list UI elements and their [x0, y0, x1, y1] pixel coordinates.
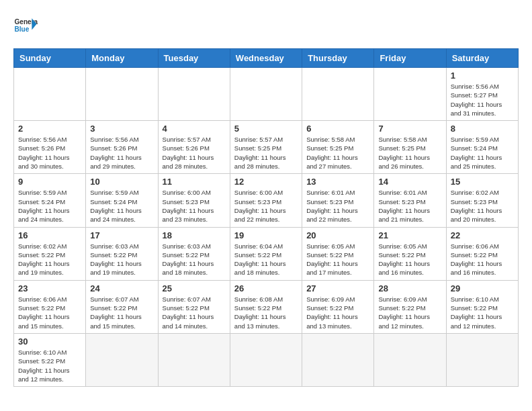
calendar-header-monday: Monday: [86, 49, 158, 68]
calendar-cell: 21Sunrise: 6:05 AMSunset: 5:22 PMDayligh…: [374, 227, 446, 280]
calendar-cell: 25Sunrise: 6:07 AMSunset: 5:22 PMDayligh…: [158, 280, 230, 333]
day-info: Sunrise: 5:56 AMSunset: 5:27 PMDaylight:…: [451, 82, 514, 118]
day-info: Sunrise: 5:59 AMSunset: 5:24 PMDaylight:…: [18, 188, 81, 224]
day-info: Sunrise: 6:00 AMSunset: 5:23 PMDaylight:…: [163, 188, 226, 224]
day-info: Sunrise: 6:09 AMSunset: 5:22 PMDaylight:…: [378, 295, 441, 330]
day-number: 26: [234, 283, 298, 293]
day-info: Sunrise: 6:07 AMSunset: 5:22 PMDaylight:…: [163, 295, 226, 330]
calendar-cell: [158, 68, 230, 121]
day-info: Sunrise: 5:59 AMSunset: 5:24 PMDaylight:…: [451, 135, 514, 171]
day-info: Sunrise: 5:58 AMSunset: 5:25 PMDaylight:…: [306, 135, 369, 171]
day-number: 16: [18, 230, 81, 240]
calendar-cell: [86, 333, 158, 386]
day-number: 9: [18, 177, 81, 187]
calendar-cell: 22Sunrise: 6:06 AMSunset: 5:22 PMDayligh…: [446, 227, 518, 280]
calendar-week-row: 30Sunrise: 6:10 AMSunset: 5:22 PMDayligh…: [14, 333, 519, 386]
day-number: 30: [18, 336, 81, 347]
day-info: Sunrise: 6:05 AMSunset: 5:22 PMDaylight:…: [378, 242, 441, 277]
day-number: 3: [90, 124, 153, 134]
day-info: Sunrise: 6:03 AMSunset: 5:22 PMDaylight:…: [163, 242, 226, 277]
day-info: Sunrise: 6:06 AMSunset: 5:22 PMDaylight:…: [451, 242, 514, 277]
calendar-cell: 8Sunrise: 5:59 AMSunset: 5:24 PMDaylight…: [446, 121, 518, 174]
day-info: Sunrise: 6:08 AMSunset: 5:22 PMDaylight:…: [234, 295, 298, 330]
day-number: 22: [451, 230, 514, 240]
day-info: Sunrise: 5:56 AMSunset: 5:26 PMDaylight:…: [90, 135, 153, 171]
calendar-cell: 7Sunrise: 5:58 AMSunset: 5:25 PMDaylight…: [374, 121, 446, 174]
calendar-cell: 24Sunrise: 6:07 AMSunset: 5:22 PMDayligh…: [86, 280, 158, 333]
calendar-header-row: SundayMondayTuesdayWednesdayThursdayFrid…: [14, 49, 519, 68]
calendar-cell: [86, 68, 158, 121]
day-info: Sunrise: 5:57 AMSunset: 5:25 PMDaylight:…: [234, 135, 298, 171]
svg-text:Blue: Blue: [14, 26, 29, 33]
day-number: 28: [378, 283, 441, 293]
calendar-week-row: 9Sunrise: 5:59 AMSunset: 5:24 PMDaylight…: [14, 174, 519, 227]
calendar-cell: [446, 333, 518, 386]
day-info: Sunrise: 6:04 AMSunset: 5:22 PMDaylight:…: [234, 242, 298, 277]
logo: General Blue: [13, 13, 38, 38]
day-number: 17: [90, 230, 153, 240]
calendar-cell: 15Sunrise: 6:02 AMSunset: 5:23 PMDayligh…: [446, 174, 518, 227]
day-number: 29: [451, 283, 514, 293]
day-info: Sunrise: 6:09 AMSunset: 5:22 PMDaylight:…: [306, 295, 369, 330]
day-number: 27: [306, 283, 369, 293]
calendar-week-row: 23Sunrise: 6:06 AMSunset: 5:22 PMDayligh…: [14, 280, 519, 333]
calendar-cell: 6Sunrise: 5:58 AMSunset: 5:25 PMDaylight…: [302, 121, 374, 174]
calendar-week-row: 2Sunrise: 5:56 AMSunset: 5:26 PMDaylight…: [14, 121, 519, 174]
day-info: Sunrise: 6:01 AMSunset: 5:23 PMDaylight:…: [306, 188, 369, 224]
calendar-cell: [14, 68, 86, 121]
logo-icon: General Blue: [13, 13, 38, 38]
day-number: 2: [18, 124, 81, 134]
calendar-header-friday: Friday: [374, 49, 446, 68]
day-info: Sunrise: 6:01 AMSunset: 5:23 PMDaylight:…: [378, 188, 441, 224]
calendar: SundayMondayTuesdayWednesdayThursdayFrid…: [13, 48, 519, 387]
calendar-cell: [302, 333, 374, 386]
day-info: Sunrise: 5:58 AMSunset: 5:25 PMDaylight:…: [378, 135, 441, 171]
calendar-cell: 23Sunrise: 6:06 AMSunset: 5:22 PMDayligh…: [14, 280, 86, 333]
calendar-cell: 4Sunrise: 5:57 AMSunset: 5:26 PMDaylight…: [158, 121, 230, 174]
day-number: 14: [378, 177, 441, 187]
calendar-cell: 19Sunrise: 6:04 AMSunset: 5:22 PMDayligh…: [230, 227, 302, 280]
calendar-cell: 27Sunrise: 6:09 AMSunset: 5:22 PMDayligh…: [302, 280, 374, 333]
day-number: 24: [90, 283, 153, 293]
calendar-cell: 13Sunrise: 6:01 AMSunset: 5:23 PMDayligh…: [302, 174, 374, 227]
calendar-cell: 20Sunrise: 6:05 AMSunset: 5:22 PMDayligh…: [302, 227, 374, 280]
day-number: 4: [163, 124, 226, 134]
calendar-cell: 9Sunrise: 5:59 AMSunset: 5:24 PMDaylight…: [14, 174, 86, 227]
day-number: 23: [18, 283, 81, 293]
day-info: Sunrise: 5:59 AMSunset: 5:24 PMDaylight:…: [90, 188, 153, 224]
calendar-cell: 30Sunrise: 6:10 AMSunset: 5:22 PMDayligh…: [14, 333, 86, 386]
calendar-cell: 18Sunrise: 6:03 AMSunset: 5:22 PMDayligh…: [158, 227, 230, 280]
day-number: 11: [163, 177, 226, 187]
day-number: 18: [163, 230, 226, 240]
calendar-cell: 16Sunrise: 6:02 AMSunset: 5:22 PMDayligh…: [14, 227, 86, 280]
calendar-cell: 10Sunrise: 5:59 AMSunset: 5:24 PMDayligh…: [86, 174, 158, 227]
day-info: Sunrise: 6:03 AMSunset: 5:22 PMDaylight:…: [90, 242, 153, 277]
day-info: Sunrise: 6:07 AMSunset: 5:22 PMDaylight:…: [90, 295, 153, 330]
day-number: 15: [451, 177, 514, 187]
calendar-cell: [158, 333, 230, 386]
day-info: Sunrise: 6:06 AMSunset: 5:22 PMDaylight:…: [18, 295, 81, 330]
calendar-cell: 1Sunrise: 5:56 AMSunset: 5:27 PMDaylight…: [446, 68, 518, 121]
day-number: 10: [90, 177, 153, 187]
calendar-cell: [374, 68, 446, 121]
page-header: General Blue: [13, 13, 519, 38]
calendar-cell: [230, 333, 302, 386]
calendar-cell: 3Sunrise: 5:56 AMSunset: 5:26 PMDaylight…: [86, 121, 158, 174]
day-info: Sunrise: 6:02 AMSunset: 5:23 PMDaylight:…: [451, 188, 514, 224]
calendar-cell: 12Sunrise: 6:00 AMSunset: 5:23 PMDayligh…: [230, 174, 302, 227]
calendar-header-wednesday: Wednesday: [230, 49, 302, 68]
day-info: Sunrise: 5:56 AMSunset: 5:26 PMDaylight:…: [18, 135, 81, 171]
day-number: 19: [234, 230, 298, 240]
calendar-cell: 14Sunrise: 6:01 AMSunset: 5:23 PMDayligh…: [374, 174, 446, 227]
calendar-cell: 26Sunrise: 6:08 AMSunset: 5:22 PMDayligh…: [230, 280, 302, 333]
calendar-cell: [230, 68, 302, 121]
calendar-header-tuesday: Tuesday: [158, 49, 230, 68]
calendar-cell: 28Sunrise: 6:09 AMSunset: 5:22 PMDayligh…: [374, 280, 446, 333]
calendar-cell: 5Sunrise: 5:57 AMSunset: 5:25 PMDaylight…: [230, 121, 302, 174]
calendar-cell: 2Sunrise: 5:56 AMSunset: 5:26 PMDaylight…: [14, 121, 86, 174]
day-info: Sunrise: 6:10 AMSunset: 5:22 PMDaylight:…: [451, 295, 514, 330]
calendar-week-row: 16Sunrise: 6:02 AMSunset: 5:22 PMDayligh…: [14, 227, 519, 280]
day-number: 20: [306, 230, 369, 240]
calendar-cell: 11Sunrise: 6:00 AMSunset: 5:23 PMDayligh…: [158, 174, 230, 227]
day-info: Sunrise: 6:02 AMSunset: 5:22 PMDaylight:…: [18, 242, 81, 277]
